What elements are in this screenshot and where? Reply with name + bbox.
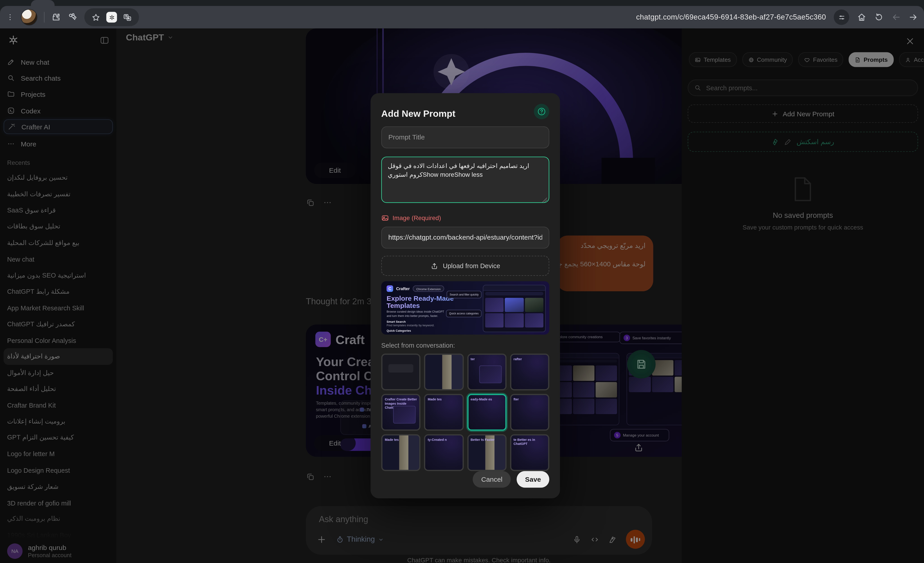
thumbnail[interactable] — [381, 353, 421, 390]
translate-extension-icon[interactable] — [123, 13, 132, 22]
prompt-text-textarea[interactable] — [381, 157, 549, 203]
conversation-thumbnails: ter rafter Crafter Create Better Images … — [381, 353, 549, 471]
resize-grip[interactable] — [542, 198, 547, 202]
extensions-puzzle-icon[interactable] — [51, 12, 61, 22]
thumbnail[interactable]: Made tes — [424, 394, 464, 431]
site-settings-icon[interactable] — [834, 9, 849, 25]
upload-from-device-button[interactable]: Upload from Device — [381, 256, 549, 276]
browser-toolbar: chatgpt.com/c/69eca459-6914-83eb-af27-6e… — [0, 6, 924, 28]
image-icon — [381, 214, 389, 222]
help-icon[interactable] — [534, 104, 549, 119]
thumbnail[interactable]: te Better es in ChatGPT — [510, 434, 549, 471]
image-required-label: Image (Required) — [381, 214, 549, 222]
profile-avatar[interactable] — [21, 9, 37, 25]
back-icon[interactable] — [891, 12, 901, 22]
pinned-extensions-pill — [84, 8, 139, 26]
toolbar-divider — [44, 12, 45, 23]
thumbnail[interactable]: Better ts Faster — [467, 434, 506, 471]
image-url-input[interactable] — [381, 227, 549, 249]
reload-icon[interactable] — [874, 12, 884, 22]
chatgpt-app: New chat Search chats Projects Codex Cra… — [0, 28, 924, 563]
preview-mini-ui — [483, 285, 546, 332]
thumbnail[interactable]: fter — [510, 394, 549, 431]
modal-title: Add New Prompt — [381, 108, 456, 119]
address-bar-url[interactable]: chatgpt.com/c/69eca459-6914-83eb-af27-6e… — [636, 13, 826, 21]
bookmark-star-icon[interactable] — [92, 13, 100, 22]
cancel-button[interactable]: Cancel — [473, 471, 511, 488]
add-prompt-modal: Add New Prompt Image (Required) Upload f… — [370, 93, 560, 498]
password-keys-icon[interactable] — [68, 12, 78, 22]
browser-bar: chatgpt.com/c/69eca459-6914-83eb-af27-6e… — [0, 0, 924, 28]
thumbnail[interactable]: Made tes — [381, 434, 421, 471]
thumbnail[interactable]: ter — [467, 353, 506, 390]
chatgpt-extension-icon[interactable] — [106, 12, 117, 23]
thumbnail[interactable]: rafter — [510, 353, 549, 390]
select-from-conversation-label: Select from conversation: — [381, 342, 549, 349]
prompt-title-input[interactable] — [381, 126, 549, 148]
screen: chatgpt.com/c/69eca459-6914-83eb-af27-6e… — [0, 0, 924, 563]
thumbnail[interactable]: ty-Created n — [424, 434, 464, 471]
crafter-logo: C — [387, 286, 393, 292]
save-button[interactable]: Save — [517, 471, 549, 488]
kebab-menu-icon[interactable] — [6, 13, 14, 21]
home-icon[interactable] — [857, 12, 866, 22]
thumbnail[interactable] — [424, 353, 464, 390]
thumbnail-selected[interactable]: eady-Made es — [467, 394, 506, 431]
forward-icon[interactable] — [909, 12, 918, 22]
upload-icon — [430, 262, 438, 270]
thumbnail[interactable]: Crafter Create Better Images Inside Chat… — [381, 394, 421, 431]
image-preview: C Crafter Chrome Extension Explore Ready… — [381, 282, 549, 335]
